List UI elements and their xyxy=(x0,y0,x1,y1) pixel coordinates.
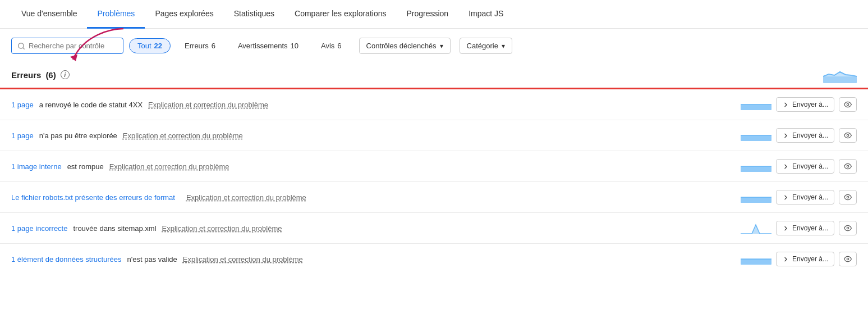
eye-icon-2 xyxy=(844,162,852,170)
issues-table: 1 page a renvoyé le code de statut 4XX E… xyxy=(0,89,868,274)
issue-link-1[interactable]: 1 page xyxy=(11,131,34,140)
issue-cell-5: 1 élément de données structurées n'est p… xyxy=(0,244,604,275)
issue-cell-1: 1 page n'a pas pu être explorée Explicat… xyxy=(0,120,604,151)
section-count: (6) xyxy=(45,70,56,80)
nav-item-progression[interactable]: Progression xyxy=(396,0,458,29)
eye-button-4[interactable] xyxy=(839,221,857,235)
eye-icon-0 xyxy=(844,101,852,108)
eye-button-3[interactable] xyxy=(839,190,857,205)
eye-icon-3 xyxy=(844,193,852,201)
controles-dropdown-label: Contrôles déclenchés xyxy=(366,42,437,50)
issue-actions-1: Envoyer à... xyxy=(604,120,868,151)
mini-chart-3 xyxy=(741,190,771,205)
filter-erreurs-count: 6 xyxy=(212,42,215,50)
nav-item-statistiques[interactable]: Statistiques xyxy=(224,0,284,29)
svg-marker-0 xyxy=(70,55,77,61)
filter-avis-count: 6 xyxy=(337,42,341,50)
nav-item-impact-js[interactable]: Impact JS xyxy=(458,0,513,29)
svg-point-10 xyxy=(847,165,849,167)
send-icon-1 xyxy=(782,132,789,139)
issue-description-2: est rompue xyxy=(67,162,104,171)
nav-item-pages-explor-es[interactable]: Pages explorées xyxy=(145,0,223,29)
filter-tout-count: 22 xyxy=(154,42,162,50)
svg-point-16 xyxy=(847,258,849,260)
send-icon-2 xyxy=(782,163,789,170)
issue-link-3[interactable]: Le fichier robots.txt présente des erreu… xyxy=(11,193,175,202)
filter-erreurs[interactable]: Erreurs 6 xyxy=(176,38,224,53)
send-icon-0 xyxy=(782,101,789,108)
filter-avertissements-count: 10 xyxy=(291,42,298,50)
send-button-1[interactable]: Envoyer à... xyxy=(776,128,834,143)
send-icon-4 xyxy=(782,225,789,232)
filter-tout-label: Tout xyxy=(137,42,151,50)
table-row: 1 élément de données structurées n'est p… xyxy=(0,244,868,275)
nav-bar: Vue d'ensembleProblèmesPages exploréesSt… xyxy=(0,0,868,29)
eye-icon-1 xyxy=(844,131,852,139)
svg-point-12 xyxy=(847,196,849,198)
eye-button-5[interactable] xyxy=(839,252,857,266)
search-box[interactable] xyxy=(11,38,123,54)
issue-description-0: a renvoyé le code de statut 4XX xyxy=(39,101,143,109)
nav-item-comparer-les-explorations[interactable]: Comparer les explorations xyxy=(284,0,396,29)
eye-button-0[interactable] xyxy=(839,97,857,112)
issue-cell-3: Le fichier robots.txt présente des erreu… xyxy=(0,182,604,213)
send-button-3[interactable]: Envoyer à... xyxy=(776,190,834,205)
table-row: 1 page n'a pas pu être explorée Explicat… xyxy=(0,120,868,151)
eye-icon-5 xyxy=(844,255,852,263)
info-icon[interactable]: i xyxy=(61,70,70,79)
eye-button-2[interactable] xyxy=(839,159,857,174)
nav-item-probl-mes[interactable]: Problèmes xyxy=(87,0,145,29)
mini-chart-1 xyxy=(741,129,771,143)
fix-link-3[interactable]: Explication et correction du problème xyxy=(186,193,306,202)
fix-link-1[interactable]: Explication et correction du problème xyxy=(123,131,243,140)
send-button-4[interactable]: Envoyer à... xyxy=(776,221,834,235)
section-title-label: Erreurs xyxy=(11,70,41,80)
table-row: 1 page a renvoyé le code de statut 4XX E… xyxy=(0,89,868,120)
chevron-down-icon-2 xyxy=(502,42,505,50)
filter-tout[interactable]: Tout 22 xyxy=(129,38,171,53)
svg-rect-11 xyxy=(741,197,771,203)
search-icon xyxy=(17,42,25,50)
issue-link-0[interactable]: 1 page xyxy=(11,101,34,109)
issue-description-1: n'a pas pu être explorée xyxy=(39,131,117,140)
mini-chart-5 xyxy=(741,252,771,266)
send-button-2[interactable]: Envoyer à... xyxy=(776,159,834,174)
fix-link-5[interactable]: Explication et correction du problème xyxy=(183,255,303,264)
controles-dropdown[interactable]: Contrôles déclenchés xyxy=(359,38,451,54)
issue-link-5[interactable]: 1 élément de données structurées xyxy=(11,255,122,264)
issue-cell-0: 1 page a renvoyé le code de statut 4XX E… xyxy=(0,89,604,120)
send-icon-3 xyxy=(782,194,789,201)
issue-link-4[interactable]: 1 page incorrecte xyxy=(11,224,67,233)
fix-link-4[interactable]: Explication et correction du problème xyxy=(162,224,282,233)
send-button-0[interactable]: Envoyer à... xyxy=(776,97,834,112)
categorie-dropdown-label: Catégorie xyxy=(467,42,498,50)
issue-cell-4: 1 page incorrecte trouvée dans sitemap.x… xyxy=(0,213,604,244)
send-button-5[interactable]: Envoyer à... xyxy=(776,252,834,266)
svg-marker-4 xyxy=(823,72,857,83)
fix-link-0[interactable]: Explication et correction du problème xyxy=(148,101,268,109)
fix-link-2[interactable]: Explication et correction du problème xyxy=(109,162,229,171)
mini-chart-4 xyxy=(741,221,771,235)
issue-link-2[interactable]: 1 image interne xyxy=(11,162,62,171)
issue-description-4: trouvée dans sitemap.xml xyxy=(73,224,156,233)
eye-icon-4 xyxy=(844,224,852,232)
svg-point-6 xyxy=(847,103,849,106)
eye-button-1[interactable] xyxy=(839,128,857,143)
svg-rect-5 xyxy=(741,105,771,110)
issue-description-5: n'est pas valide xyxy=(127,255,177,264)
categorie-dropdown[interactable]: Catégorie xyxy=(460,38,512,54)
toolbar: Tout 22 Erreurs 6 Avertissements 10 Avis… xyxy=(0,29,868,61)
filter-avertissements[interactable]: Avertissements 10 xyxy=(229,38,307,53)
search-input[interactable] xyxy=(29,42,107,50)
section-header: Erreurs (6) i xyxy=(0,61,868,88)
issue-actions-0: Envoyer à... xyxy=(604,89,868,120)
mini-chart-2 xyxy=(741,160,771,174)
svg-point-8 xyxy=(847,134,849,137)
nav-item-vue-d-ensemble[interactable]: Vue d'ensemble xyxy=(11,0,87,29)
svg-line-2 xyxy=(23,47,25,49)
table-row: Le fichier robots.txt présente des erreu… xyxy=(0,182,868,213)
svg-rect-9 xyxy=(741,166,771,172)
mini-chart-0 xyxy=(741,98,771,112)
issue-cell-2: 1 image interne est rompue Explication e… xyxy=(0,151,604,182)
filter-avis[interactable]: Avis 6 xyxy=(313,38,350,53)
